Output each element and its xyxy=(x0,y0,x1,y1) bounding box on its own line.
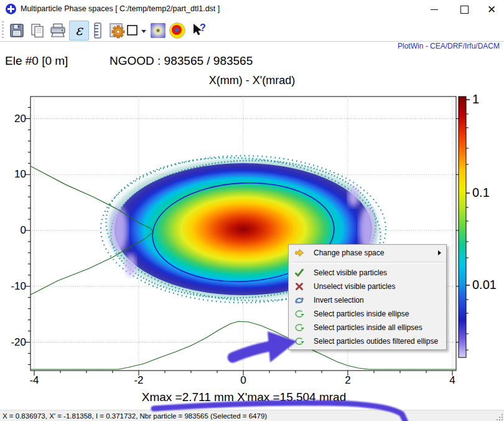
x-tick-label: -2 xyxy=(126,374,151,387)
ruler-icon xyxy=(91,22,105,39)
floppy-icon xyxy=(9,22,25,39)
colorbar-tick-label: 0.01 xyxy=(472,278,497,292)
menu-item-label: Select particles inside all ellipses xyxy=(314,323,422,332)
status-text: X = 0.836973, X' = -1.81358, I = 0.37173… xyxy=(2,412,267,420)
select-ellipse-icon xyxy=(292,322,306,333)
menu-item-unselect-visible-particles[interactable]: Unselect visible particles xyxy=(289,280,446,293)
shape-select-button[interactable] xyxy=(124,21,148,40)
density-view-button[interactable] xyxy=(148,21,168,40)
plot-title: X(mm) - X'(mrad) xyxy=(0,74,504,87)
resize-grip-icon[interactable] xyxy=(496,414,503,421)
select-ellipse-icon xyxy=(292,308,306,319)
maximize-button[interactable] xyxy=(452,0,477,19)
context-menu: Change phase spaceSelect visible particl… xyxy=(288,244,447,350)
invert-icon xyxy=(292,295,306,306)
ellipse-view-button[interactable] xyxy=(167,21,187,40)
check-icon xyxy=(292,267,306,278)
menu-item-label: Select visible particles xyxy=(314,268,387,277)
menu-item-select-particles-outides-filtered-ellipse[interactable]: Select particles outides filtered ellips… xyxy=(289,334,446,348)
copy-pages-icon xyxy=(29,22,45,39)
menu-item-label: Select particles inside ellipse xyxy=(314,310,409,318)
beam-extent-label: Xmax =2.711 mm X'max =15.504 mrad xyxy=(0,390,488,404)
app-icon xyxy=(6,4,16,14)
select-ellipse-icon xyxy=(292,336,306,347)
colorbar-tick-label: 1 xyxy=(472,92,479,106)
y-tick-label: -20 xyxy=(2,336,26,349)
menu-item-label: Unselect visible particles xyxy=(314,282,395,291)
menu-item-select-visible-particles[interactable]: Select visible particles xyxy=(289,266,446,280)
copy-button[interactable] xyxy=(27,21,47,40)
submenu-arrow-icon xyxy=(438,250,441,255)
menu-item-invert-selection[interactable]: Invert selection xyxy=(289,293,446,307)
y-tick-label: 10 xyxy=(2,168,26,181)
x-tick-label: 0 xyxy=(231,374,256,387)
close-button[interactable]: ✕ xyxy=(479,0,504,19)
printer-icon xyxy=(49,22,67,39)
window-title: Multiparticle Phase spaces [ C:/temp/tem… xyxy=(21,4,220,13)
status-bar: X = 0.836973, X' = -1.81358, I = 0.37173… xyxy=(0,410,504,421)
menu-item-change-phase-space[interactable]: Change phase space xyxy=(289,246,446,260)
menu-separator xyxy=(291,262,445,264)
emittance-button[interactable]: ε xyxy=(69,21,89,40)
menu-item-label: Select particles outides filtered ellips… xyxy=(314,337,438,346)
title-bar: Multiparticle Phase spaces [ C:/temp/tem… xyxy=(0,0,504,19)
menu-item-select-particles-inside-ellipse[interactable]: Select particles inside ellipse xyxy=(289,307,446,321)
help-cursor-icon: ? xyxy=(190,22,207,39)
toolbar-drag-handle[interactable] xyxy=(2,21,4,38)
scale-ruler-button[interactable] xyxy=(88,21,108,40)
close-icon: ✕ xyxy=(487,4,496,15)
element-label: Ele #0 [0 m] xyxy=(5,54,68,68)
y-tick-label: 0 xyxy=(2,224,26,237)
menu-item-label: Invert selection xyxy=(314,296,364,305)
x-tick-label: 2 xyxy=(335,374,360,387)
chevron-down-icon[interactable] xyxy=(141,30,146,33)
menu-item-select-particles-inside-all-ellipses[interactable]: Select particles inside all ellipses xyxy=(289,321,446,334)
y-tick-label: 20 xyxy=(2,113,26,125)
x-tick-label: -4 xyxy=(22,374,47,387)
y-tick-label: -10 xyxy=(2,280,26,293)
gear-icon xyxy=(108,22,126,39)
print-button[interactable] xyxy=(48,21,68,40)
maximize-icon xyxy=(460,6,469,14)
toolbar: ε xyxy=(0,19,504,42)
x-tick-label: 4 xyxy=(440,374,465,387)
svg-text:?: ? xyxy=(200,22,206,33)
minimize-button[interactable] xyxy=(422,0,447,19)
ngood-label: NGOOD : 983565 / 983565 xyxy=(110,54,253,68)
credit-text[interactable]: PlotWin - CEA/DRF/Irfu/DACM xyxy=(398,42,500,50)
save-button[interactable] xyxy=(7,21,27,40)
ellipse-rings-icon xyxy=(169,22,185,39)
context-help-button[interactable]: ? xyxy=(189,21,208,40)
colorbar-tick-label: 0.1 xyxy=(472,186,490,200)
cross-icon xyxy=(292,281,306,292)
arrow-right-icon xyxy=(292,247,306,258)
menu-item-label: Change phase space xyxy=(314,248,384,257)
minimize-icon xyxy=(431,9,438,10)
density-glow-icon xyxy=(151,23,166,38)
epsilon-icon: ε xyxy=(75,24,82,37)
